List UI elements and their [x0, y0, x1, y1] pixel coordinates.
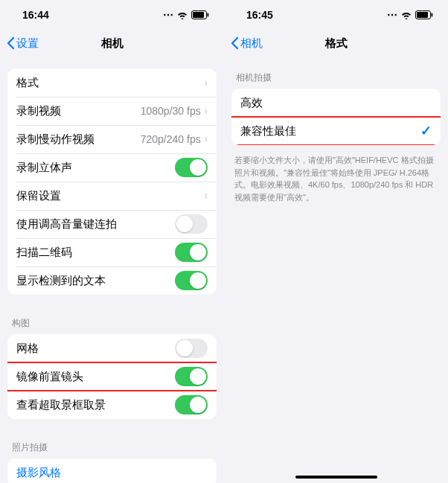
group-photo: 摄影风格	[7, 458, 217, 483]
switch-burst[interactable]	[175, 214, 208, 234]
svg-rect-1	[193, 12, 204, 18]
row-label: 兼容性最佳	[240, 124, 420, 138]
status-icons: ⋯	[163, 9, 209, 21]
row-preserve[interactable]: 保留设置 ›	[7, 182, 217, 210]
chevron-left-icon	[230, 36, 239, 50]
row-qr: 扫描二维码	[7, 238, 217, 266]
switch-view-outside[interactable]	[175, 395, 208, 415]
svg-rect-5	[432, 13, 433, 17]
status-time: 16:45	[246, 9, 273, 21]
row-high-efficiency[interactable]: 高效	[231, 89, 441, 117]
switch-qr[interactable]	[175, 243, 208, 262]
status-bar: 16:45 ⋯	[224, 0, 448, 30]
chevron-left-icon	[6, 36, 15, 50]
group-capture: 高效 兼容性最佳 ✓	[231, 89, 441, 145]
back-label: 相机	[240, 36, 263, 51]
row-label: 保留设置	[16, 189, 204, 203]
back-label: 设置	[16, 36, 39, 51]
svg-rect-4	[417, 12, 428, 18]
chevron-right-icon: ›	[204, 104, 207, 118]
row-most-compatible[interactable]: 兼容性最佳 ✓	[231, 117, 441, 145]
svg-rect-2	[208, 13, 209, 17]
row-label: 网格	[16, 342, 175, 356]
row-record-slomo[interactable]: 录制慢动作视频 720p/240 fps ›	[7, 125, 217, 153]
wifi-icon	[176, 10, 188, 19]
row-label: 显示检测到的文本	[16, 274, 175, 288]
row-label: 扫描二维码	[16, 246, 175, 260]
row-value: 1080p/30 fps	[141, 105, 201, 117]
row-record-video[interactable]: 录制视频 1080p/30 fps ›	[7, 97, 217, 125]
row-value: 720p/240 fps	[141, 133, 201, 145]
battery-icon	[191, 10, 209, 19]
switch-livetext[interactable]	[175, 271, 208, 290]
row-label: 使用调高音量键连拍	[16, 217, 175, 231]
group-composition: 网格 镜像前置镜头 查看超取景框取景	[7, 334, 217, 419]
dots-icon: ⋯	[163, 9, 173, 21]
chevron-right-icon: ›	[204, 132, 207, 146]
nav-bar: 设置 相机	[0, 30, 224, 57]
chevron-right-icon: ›	[204, 76, 207, 89]
status-bar: 16:44 ⋯	[0, 0, 224, 30]
battery-icon	[415, 10, 433, 19]
switch-grid[interactable]	[175, 339, 208, 358]
group-header-capture: 相机拍摄	[224, 68, 448, 89]
formats-content: 相机拍摄 高效 兼容性最佳 ✓ 若要缩小文件大小，请使用"高效"HEIF/HEV…	[224, 57, 448, 483]
row-view-outside-frame: 查看超取景框取景	[7, 391, 217, 419]
screen-formats: 16:45 ⋯ 相机 格式 相机拍摄 高效 兼容性最佳 ✓ 若要缩小文件大小，请…	[224, 0, 448, 483]
row-label: 格式	[16, 76, 204, 90]
group-header-composition: 构图	[0, 308, 224, 334]
row-grid: 网格	[7, 334, 217, 362]
switch-mirror-front[interactable]	[175, 367, 208, 386]
row-mirror-front: 镜像前置镜头	[7, 362, 217, 391]
row-label: 录制立体声	[16, 161, 175, 175]
row-label: 录制视频	[16, 104, 141, 118]
row-label: 录制慢动作视频	[16, 132, 141, 147]
nav-bar: 相机 格式	[224, 30, 448, 57]
row-stereo: 录制立体声	[7, 153, 217, 182]
wifi-icon	[400, 10, 412, 19]
group-footer-capture: 若要缩小文件大小，请使用"高效"HEIF/HEVC 格式拍摄照片和视频。"兼容性…	[224, 150, 448, 203]
back-button[interactable]: 设置	[6, 36, 39, 51]
home-indicator[interactable]	[295, 476, 377, 479]
row-burst: 使用调高音量键连拍	[7, 210, 217, 238]
row-format[interactable]: 格式 ›	[7, 68, 217, 97]
row-label: 镜像前置镜头	[16, 370, 175, 384]
chevron-right-icon: ›	[204, 189, 207, 202]
settings-content: 格式 › 录制视频 1080p/30 fps › 录制慢动作视频 720p/24…	[0, 57, 224, 483]
group-main: 格式 › 录制视频 1080p/30 fps › 录制慢动作视频 720p/24…	[7, 68, 217, 295]
group-header-photo: 照片拍摄	[0, 432, 224, 458]
row-label: 摄影风格	[16, 466, 208, 480]
screen-camera-settings: 16:44 ⋯ 设置 相机 格式 › 录制视频 1080p/30 fps › 录…	[0, 0, 224, 483]
row-livetext: 显示检测到的文本	[7, 266, 217, 295]
status-icons: ⋯	[387, 9, 433, 21]
back-button[interactable]: 相机	[230, 36, 263, 51]
dots-icon: ⋯	[387, 9, 397, 21]
status-time: 16:44	[22, 9, 49, 21]
checkmark-icon: ✓	[420, 123, 432, 139]
switch-stereo[interactable]	[175, 158, 208, 177]
row-photographic-styles[interactable]: 摄影风格	[7, 458, 217, 483]
row-label: 高效	[240, 96, 432, 110]
row-label: 查看超取景框取景	[16, 398, 175, 412]
